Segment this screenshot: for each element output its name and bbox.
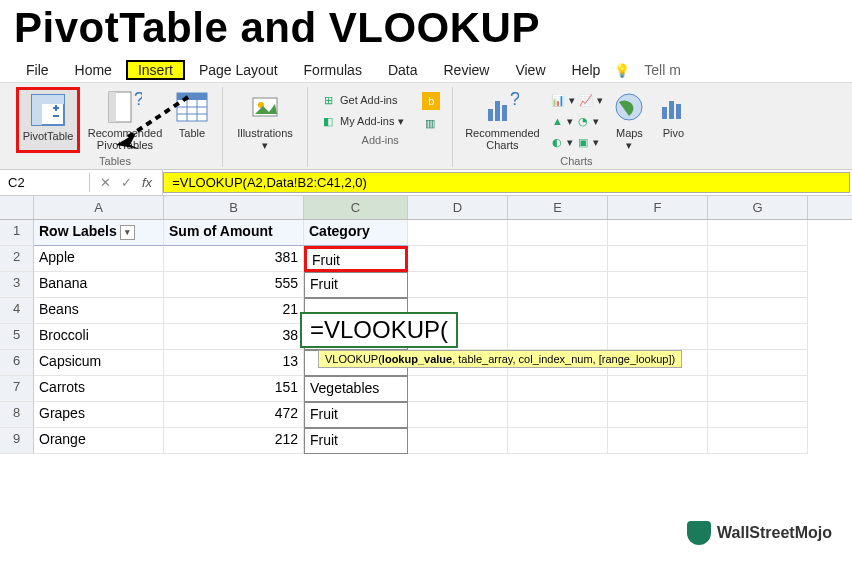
accept-formula-icon[interactable]: ✓ (121, 175, 132, 190)
tab-home[interactable]: Home (63, 60, 124, 80)
cell-B9[interactable]: 212 (164, 428, 304, 454)
formula-bar: C2 ✕ ✓ fx =VLOOKUP(A2,Data!B2:C41,2,0) (0, 170, 852, 196)
select-all[interactable] (0, 196, 34, 219)
ribbon: PivotTable ? Recommended PivotTables Tab… (0, 82, 852, 170)
group-tables: Tables (99, 153, 131, 167)
my-addins-button[interactable]: ◧My Add-ins ▾ (316, 112, 408, 130)
tab-review[interactable]: Review (432, 60, 502, 80)
floating-formula: =VLOOKUP( (300, 312, 458, 348)
svg-rect-22 (669, 101, 674, 119)
tab-view[interactable]: View (503, 60, 557, 80)
recommended-charts-button[interactable]: ? Recommended Charts (461, 87, 543, 153)
cancel-formula-icon[interactable]: ✕ (100, 175, 111, 190)
col-A[interactable]: A (34, 196, 164, 219)
svg-rect-6 (109, 92, 116, 122)
tellme-icon: 💡 (614, 63, 630, 78)
logo-icon (687, 521, 711, 545)
filter-icon[interactable]: ▾ (120, 225, 135, 240)
recommended-pivot-icon: ? (107, 89, 143, 125)
page-title: PivotTable and VLOOKUP (0, 0, 852, 58)
svg-rect-23 (676, 104, 681, 119)
cell-C9[interactable]: Fruit (304, 428, 408, 454)
cell-C3[interactable]: Fruit (304, 272, 408, 298)
formula-tooltip: VLOOKUP(lookup_value, table_array, col_i… (318, 350, 682, 368)
col-C[interactable]: C (304, 196, 408, 219)
bing-button[interactable]: b (418, 91, 444, 111)
chart-type-1[interactable]: 📊▾ 📈▾ (547, 91, 603, 109)
row-1[interactable]: 1 (0, 220, 34, 246)
area-chart-icon: ▲ (551, 113, 563, 129)
table-button[interactable]: Table (170, 87, 214, 153)
col-D[interactable]: D (408, 196, 508, 219)
tab-formulas[interactable]: Formulas (292, 60, 374, 80)
cell-B6[interactable]: 13 (164, 350, 304, 376)
people-graph-button[interactable]: ▥ (418, 114, 444, 132)
cell-C1[interactable]: Category (304, 220, 408, 246)
cell-B5[interactable]: 38 (164, 324, 304, 350)
tab-pagelayout[interactable]: Page Layout (187, 60, 290, 80)
tab-insert[interactable]: Insert (126, 60, 185, 80)
formula-input[interactable]: =VLOOKUP(A2,Data!B2:C41,2,0) (163, 172, 850, 193)
addins-icon: ◧ (320, 113, 336, 129)
row-3[interactable]: 3 (0, 272, 34, 298)
name-box[interactable]: C2 (0, 173, 90, 192)
pivottable-icon (30, 92, 66, 128)
row-7[interactable]: 7 (0, 376, 34, 402)
tab-file[interactable]: File (14, 60, 61, 80)
pivottable-button[interactable]: PivotTable (16, 87, 80, 153)
cell-A7[interactable]: Carrots (34, 376, 164, 402)
col-B[interactable]: B (164, 196, 304, 219)
cell-B2[interactable]: 381 (164, 246, 304, 272)
cell-B7[interactable]: 151 (164, 376, 304, 402)
stock-chart-icon: ◔ (577, 113, 589, 129)
chart-type-2[interactable]: ▲▾ ◔▾ (547, 112, 603, 130)
watermark: WallStreetMojo (687, 521, 832, 545)
tab-help[interactable]: Help (560, 60, 613, 80)
cell-A2[interactable]: Apple (34, 246, 164, 272)
svg-rect-9 (177, 93, 207, 100)
illustrations-button[interactable]: Illustrations▾ (231, 87, 299, 153)
group-charts: Charts (560, 153, 592, 167)
maps-button[interactable]: Maps▾ (607, 87, 651, 153)
chart-type-3[interactable]: ◐▾ ▣▾ (547, 133, 603, 151)
cell-C7[interactable]: Vegetables (304, 376, 408, 402)
bar-chart-icon: 📊 (551, 92, 565, 108)
get-addins-button[interactable]: ⊞Get Add-ins (316, 91, 408, 109)
row-5[interactable]: 5 (0, 324, 34, 350)
cell-A8[interactable]: Grapes (34, 402, 164, 428)
pivotchart-button[interactable]: Pivo (655, 87, 691, 153)
recommended-pivot-button[interactable]: ? Recommended PivotTables (84, 87, 166, 153)
col-G[interactable]: G (708, 196, 808, 219)
cell-C8[interactable]: Fruit (304, 402, 408, 428)
col-F[interactable]: F (608, 196, 708, 219)
recommended-charts-icon: ? (484, 89, 520, 125)
cell-A3[interactable]: Banana (34, 272, 164, 298)
cell-B4[interactable]: 21 (164, 298, 304, 324)
cell-A6[interactable]: Capsicum (34, 350, 164, 376)
pivotchart-icon (655, 89, 691, 125)
svg-rect-21 (662, 107, 667, 119)
line-chart-icon: 📈 (579, 92, 593, 108)
row-8[interactable]: 8 (0, 402, 34, 428)
cell-B3[interactable]: 555 (164, 272, 304, 298)
row-4[interactable]: 4 (0, 298, 34, 324)
tellme[interactable]: Tell m (632, 60, 693, 80)
fx-icon[interactable]: fx (142, 175, 152, 190)
menu-bar: File Home Insert Page Layout Formulas Da… (0, 58, 852, 82)
worksheet: 1 Row Labels▾ Sum of Amount Category 2Ap… (0, 220, 852, 454)
col-E[interactable]: E (508, 196, 608, 219)
cell-A1[interactable]: Row Labels▾ (34, 220, 164, 246)
row-2[interactable]: 2 (0, 246, 34, 272)
cell-B1[interactable]: Sum of Amount (164, 220, 304, 246)
pie-chart-icon: ◐ (551, 134, 563, 150)
row-6[interactable]: 6 (0, 350, 34, 376)
cell-A5[interactable]: Broccoli (34, 324, 164, 350)
svg-rect-17 (495, 101, 500, 121)
cell-B8[interactable]: 472 (164, 402, 304, 428)
tab-data[interactable]: Data (376, 60, 430, 80)
cell-A9[interactable]: Orange (34, 428, 164, 454)
table-icon (174, 89, 210, 125)
cell-A4[interactable]: Beans (34, 298, 164, 324)
row-9[interactable]: 9 (0, 428, 34, 454)
cell-C2[interactable]: Fruit (304, 246, 408, 272)
